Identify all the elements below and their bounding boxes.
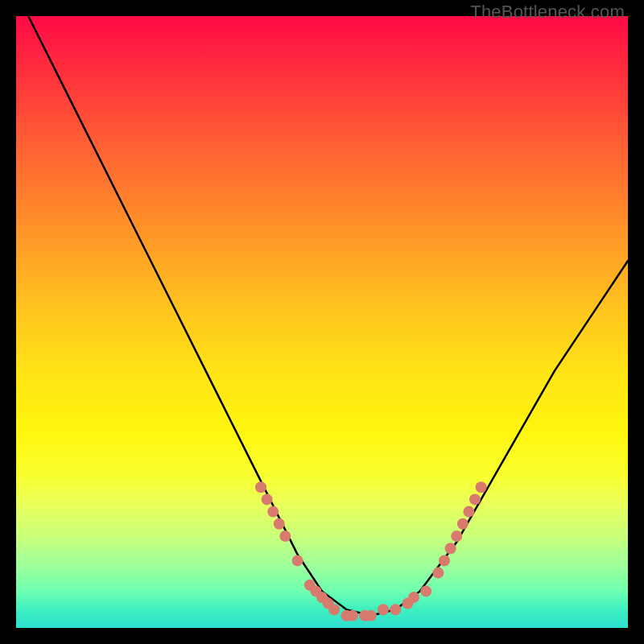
dots-layer — [255, 481, 487, 621]
data-point — [328, 604, 340, 615]
data-point — [267, 506, 279, 518]
data-point — [262, 493, 273, 505]
data-point — [347, 610, 358, 621]
curve-layer — [28, 16, 628, 616]
data-point — [292, 555, 303, 566]
data-point — [463, 506, 474, 518]
bottleneck-curve — [28, 16, 628, 616]
data-point — [390, 604, 401, 615]
data-point — [378, 604, 389, 615]
data-point — [274, 518, 285, 530]
data-point — [445, 543, 456, 554]
data-point — [279, 530, 291, 542]
chart-frame: TheBottleneck.com — [0, 0, 644, 644]
data-point — [420, 585, 431, 597]
data-point — [408, 592, 419, 603]
data-point — [439, 555, 450, 566]
chart-svg — [16, 16, 628, 628]
data-point — [469, 493, 481, 505]
data-point — [476, 481, 487, 493]
data-point — [255, 481, 266, 493]
data-point — [432, 568, 444, 579]
data-point — [365, 610, 377, 621]
data-point — [451, 530, 462, 542]
watermark-text: TheBottleneck.com — [470, 2, 625, 23]
data-point — [457, 518, 469, 530]
